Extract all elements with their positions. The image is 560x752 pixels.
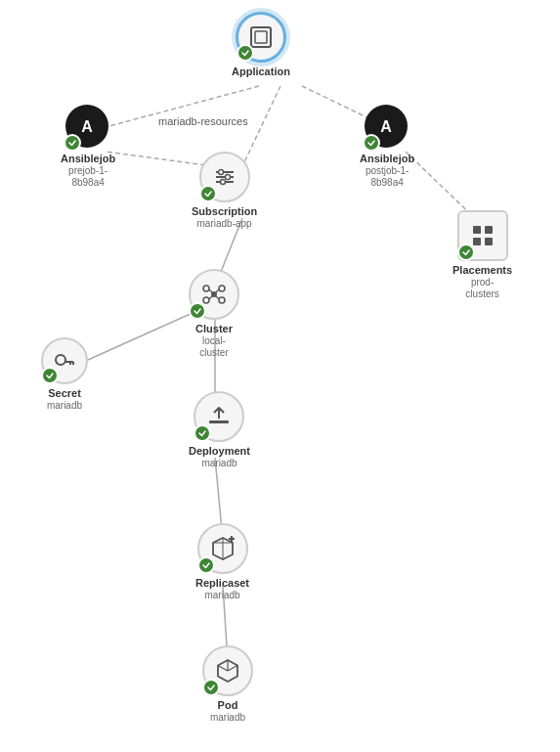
svg-rect-22 [473,226,481,234]
status-badge-pod [202,679,220,696]
svg-rect-23 [485,226,493,234]
ansiblejob-pre-sublabel: prejob-1-8b98a4 [68,165,108,189]
replicaset-label: Replicaset [195,577,249,590]
deployment-icon [194,391,244,442]
subscription-icon [199,152,250,202]
deployment-label: Deployment [189,445,250,458]
svg-line-34 [216,296,219,299]
node-secret[interactable]: Secret mariadb [41,337,88,412]
svg-line-32 [216,289,219,292]
placements-icon [457,210,508,261]
svg-line-6 [88,313,193,360]
status-badge-placements [457,243,475,261]
svg-text:A: A [380,118,392,135]
edge-label: mariadb-resources [158,115,248,127]
pod-label: Pod [218,699,238,712]
svg-point-19 [220,180,225,185]
status-badge-replicaset [197,556,215,574]
svg-point-30 [219,297,225,303]
status-badge-application [237,44,254,62]
placements-sublabel: prod-clusters [465,277,498,300]
svg-point-28 [219,286,225,291]
svg-point-35 [56,355,65,365]
status-badge-secret [41,367,59,384]
subscription-sublabel: mariadb-app [197,218,252,230]
node-subscription[interactable]: Subscription mariadb-app [192,152,257,230]
ansiblejob-pre-label: Ansiblejob [61,153,115,165]
node-replicaset[interactable]: Replicaset mariadb [195,523,249,601]
replicaset-sublabel: mariadb [204,590,239,601]
svg-point-27 [203,286,209,291]
svg-point-17 [218,170,223,175]
svg-point-29 [203,297,209,303]
secret-icon [41,337,88,384]
replicaset-icon [197,523,248,574]
placements-label: Placements [452,264,512,277]
status-badge-deployment [194,424,211,442]
secret-sublabel: mariadb [47,400,82,412]
svg-point-18 [225,175,230,180]
ansiblejob-post-label: Ansiblejob [360,153,414,165]
node-pod[interactable]: Pod mariadb [202,645,253,724]
svg-line-31 [209,289,212,292]
cluster-icon [189,269,239,320]
application-icon [236,12,286,63]
cluster-label: Cluster [195,323,233,335]
pod-icon [202,645,253,696]
svg-rect-10 [251,27,271,47]
application-label: Application [232,66,290,78]
deployment-sublabel: mariadb [201,458,237,469]
node-cluster[interactable]: Cluster local-cluster [189,269,239,359]
node-deployment[interactable]: Deployment mariadb [189,391,250,469]
node-application[interactable]: Application [232,12,290,78]
subscription-label: Subscription [192,205,257,218]
svg-text:A: A [81,118,93,135]
svg-line-49 [228,666,237,672]
pod-sublabel: mariadb [210,712,245,724]
svg-rect-11 [255,31,267,43]
ansiblejob-post-sublabel: postjob-1-8b98a4 [366,165,409,189]
secret-label: Secret [48,387,81,400]
svg-rect-24 [473,238,481,245]
cluster-sublabel: local-cluster [199,335,228,359]
svg-line-33 [209,296,212,299]
svg-rect-25 [485,238,493,245]
svg-line-48 [218,666,228,672]
status-badge-cluster [189,302,206,320]
status-badge-subscription [199,185,217,202]
topology-canvas: mariadb-resources Application A [0,0,560,752]
node-ansiblejob-pre[interactable]: A Ansiblejob prejob-1-8b98a4 [61,105,115,189]
status-badge-ansiblejob-post [363,134,380,152]
svg-rect-39 [209,420,229,423]
svg-line-1 [106,86,259,127]
node-placements[interactable]: Placements prod-clusters [452,210,512,300]
status-badge-ansiblejob-pre [64,134,81,152]
node-ansiblejob-post[interactable]: A Ansiblejob postjob-1-8b98a4 [360,105,414,189]
